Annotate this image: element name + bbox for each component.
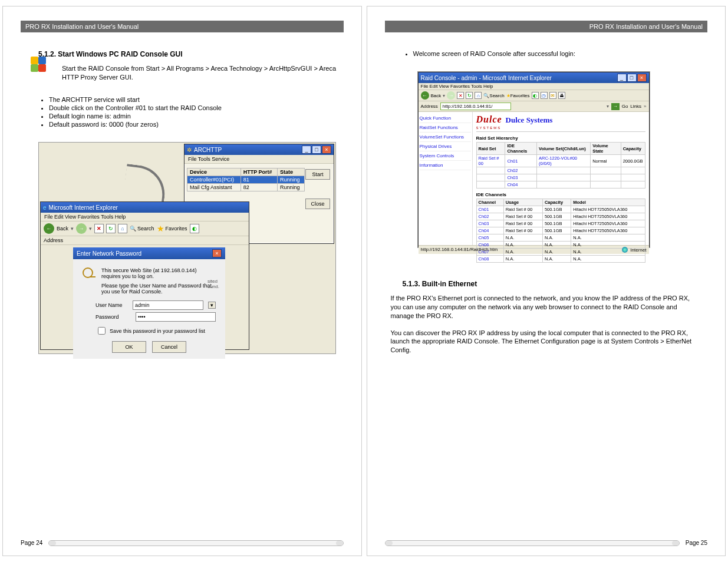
close-button[interactable]: × [637, 74, 647, 82]
back-button[interactable]: ← [421, 91, 429, 100]
login-close-button[interactable]: × [212, 249, 222, 257]
refresh-button[interactable]: ↻ [106, 224, 116, 233]
link[interactable]: Ch02 [507, 168, 518, 173]
home-button[interactable]: ⌂ [475, 92, 482, 99]
close-button2[interactable]: Close [305, 199, 330, 209]
mail-icon[interactable]: ✉ [549, 92, 556, 99]
bullet-list-left: The ARCHTTP service will start Double cl… [38, 95, 344, 129]
sidebar-item[interactable]: Information [420, 161, 471, 170]
print-icon[interactable]: 🖶 [558, 92, 565, 99]
cell: Controller#01(PCI) [187, 176, 241, 184]
refresh-button[interactable]: ↻ [466, 92, 473, 99]
list-item: Welcome screen of RAID Console after suc… [413, 50, 708, 57]
cell: Running [278, 184, 305, 191]
sidebar-item[interactable]: RaidSet Functions [420, 123, 471, 133]
archttp-menu[interactable]: File Tools Service [185, 155, 334, 164]
table-row: Ch02Raid Set # 00500.1GBHitachi HDT72505… [476, 213, 645, 220]
ie-toolbar: ← Back ▾ → ▾ ✕ ↻ ⌂ 🔍 Search ★ Favorites … [41, 222, 249, 236]
list-item: Default password is: 0000 (four zeros) [49, 121, 344, 128]
table-row: Ch04Raid Set # 00500.1GBHitachi HDT72505… [476, 227, 645, 234]
url-field[interactable]: http://192.168.0.144:81/ [440, 103, 511, 110]
cell: N.A. [571, 234, 645, 242]
ie-menu[interactable]: File Edit View Favorites Tools Help [41, 213, 249, 222]
link[interactable]: Ch04 [507, 182, 518, 187]
link[interactable]: Ch02 [479, 214, 489, 219]
table-row: Ch07N.A.N.A.N.A. [476, 249, 645, 256]
username-input[interactable] [133, 300, 203, 310]
link[interactable]: Ch04 [479, 228, 489, 233]
table-row: Ch03Raid Set # 00500.1GBHitachi HDT72505… [476, 220, 645, 227]
screenshot-raid-console: Raid Console - admin - Microsoft Interne… [417, 71, 650, 248]
dropdown-icon[interactable]: ▾ [208, 302, 216, 309]
start-button[interactable]: Start [305, 169, 330, 180]
bg-placeholder-text: sited ound. [207, 279, 219, 289]
rc-menu[interactable]: File Edit View Favorites Tools Help [419, 83, 649, 90]
rc-main: Dulce SYSTEMS Dulce Systems Raid Set Hie… [473, 112, 649, 245]
cell: N.A. [542, 242, 571, 249]
link[interactable]: Ch01 [507, 158, 518, 164]
stop-button[interactable]: ✕ [457, 92, 464, 99]
col: Raid Set [476, 143, 505, 155]
globe-icon [622, 247, 628, 253]
list-item: Double click on the Controller #01 to st… [49, 104, 344, 111]
cancel-button[interactable]: Cancel [152, 341, 186, 353]
favorites-button[interactable]: ★Favorites [506, 93, 530, 98]
password-label: Password [95, 314, 131, 320]
go-button[interactable]: → [611, 103, 620, 110]
scrollbar-icon [48, 540, 343, 546]
cell: N.A. [503, 234, 542, 242]
stop-button[interactable]: ✕ [94, 224, 104, 233]
table-row[interactable]: Mail Cfg Assistant 82 Running [187, 184, 305, 191]
col-port: HTTP Port# [241, 168, 277, 176]
sidebar-item[interactable]: System Controls [420, 151, 471, 161]
search-button[interactable]: 🔍Search [483, 93, 504, 98]
cell: Raid Set # 00 [503, 213, 542, 220]
link[interactable]: Ch05 [479, 235, 489, 240]
table-row: Ch02 [476, 167, 645, 174]
home-button[interactable]: ⌂ [118, 224, 127, 233]
save-password-label: Save this password in your password list [110, 328, 205, 334]
sidebar-item[interactable]: VolumeSet Functions [420, 133, 471, 142]
key-icon [83, 267, 97, 282]
status-internet: Internet [630, 247, 646, 253]
forward-button[interactable]: → [76, 223, 87, 234]
search-button[interactable]: 🔍 Search [130, 226, 154, 232]
ok-button[interactable]: OK [112, 341, 146, 353]
cell: N.A. [571, 256, 645, 263]
link[interactable]: Ch03 [479, 221, 489, 226]
hierarchy-heading: Raid Set Hierarchy [476, 135, 645, 141]
ie-address-bar: Address [41, 236, 249, 245]
sidebar-item[interactable]: Quick Function [420, 114, 471, 123]
sidebar-item[interactable]: Physical Drives [420, 142, 471, 151]
minimize-button[interactable]: _ [302, 146, 311, 154]
table-row: Ch06N.A.N.A.N.A. [476, 242, 645, 249]
table-row[interactable]: Controller#01(PCI) 81 Running [187, 176, 305, 184]
link[interactable]: Raid Set # 00 [479, 156, 499, 166]
table-row: Ch01Raid Set # 00500.1GBHitachi HDT72505… [476, 206, 645, 213]
link[interactable]: Ch08 [479, 256, 489, 262]
favorites-button[interactable]: ★ Favorites [157, 224, 187, 233]
archttp-titlebar: ✲ ARCHTTP _ □ × [185, 144, 334, 155]
history-icon[interactable]: ◷ [541, 92, 548, 99]
page-right: PRO RX Installation and User's Manual We… [367, 6, 726, 556]
links-label[interactable]: Links [630, 104, 641, 109]
forward-button[interactable]: → [447, 91, 455, 100]
close-button[interactable]: × [322, 146, 331, 154]
back-button[interactable]: ← [44, 223, 54, 234]
rc-sidebar: Quick Function RaidSet Functions VolumeS… [419, 112, 473, 245]
raidset-table: Raid Set IDE Channels Volume Set(Ch/Id/L… [476, 142, 645, 189]
link[interactable]: Ch01 [479, 207, 489, 212]
link[interactable]: Ch03 [507, 175, 518, 180]
media-button[interactable]: ◐ [190, 224, 199, 233]
minimize-button[interactable]: _ [617, 74, 627, 82]
para2: You can discover the PRO RX IP address b… [391, 329, 702, 355]
maximize-button[interactable]: □ [627, 74, 637, 82]
maximize-button[interactable]: □ [312, 146, 321, 154]
cell: 500.1GB [542, 213, 571, 220]
media-icon[interactable]: ◐ [532, 92, 539, 99]
password-input[interactable] [136, 312, 216, 322]
cell: 500.1GB [542, 227, 571, 234]
save-password-checkbox[interactable] [98, 327, 106, 335]
footer-right: Page 25 [385, 540, 708, 546]
link[interactable]: ARC-1220-VOL#00 (0/0/0) [539, 156, 577, 166]
